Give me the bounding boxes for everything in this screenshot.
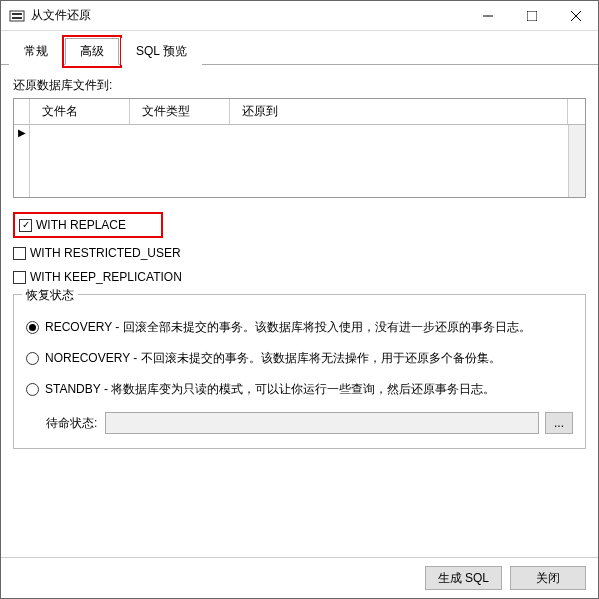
app-icon xyxy=(9,8,25,24)
standby-label: STANDBY - 将数据库变为只读的模式，可以让你运行一些查询，然后还原事务日… xyxy=(45,381,495,398)
content-area: 还原数据库文件到: 文件名 文件类型 还原到 ▶ ✓ WITH REPLACE … xyxy=(1,65,598,557)
norecovery-label: NORECOVERY - 不回滚未提交的事务。该数据库将无法操作，用于还原多个备… xyxy=(45,350,501,367)
tab-advanced[interactable]: 高级 xyxy=(65,38,119,65)
column-filetype[interactable]: 文件类型 xyxy=(130,99,230,124)
with-keep-replication-option[interactable]: WITH KEEP_REPLICATION xyxy=(13,268,586,286)
table-row[interactable] xyxy=(30,125,568,197)
close-button[interactable] xyxy=(554,1,598,30)
svg-rect-1 xyxy=(12,13,22,15)
with-replace-label: WITH REPLACE xyxy=(36,218,126,232)
generate-sql-label: 生成 SQL xyxy=(438,570,489,587)
maximize-button[interactable] xyxy=(510,1,554,30)
close-dialog-button[interactable]: 关闭 xyxy=(510,566,586,590)
restore-to-label: 还原数据库文件到: xyxy=(13,77,586,94)
recovery-label: RECOVERY - 回滚全部未提交的事务。该数据库将投入使用，没有进一步还原的… xyxy=(45,319,531,336)
standby-state-input[interactable] xyxy=(105,412,539,434)
vertical-scrollbar[interactable] xyxy=(568,125,585,197)
window-title: 从文件还原 xyxy=(31,7,466,24)
svg-rect-4 xyxy=(527,11,537,21)
recovery-state-legend: 恢复状态 xyxy=(22,287,78,304)
tab-bar: 常规 高级 SQL 预览 xyxy=(1,31,598,65)
column-restore-to[interactable]: 还原到 xyxy=(230,99,568,124)
with-restricted-user-option[interactable]: WITH RESTRICTED_USER xyxy=(13,244,586,262)
radio-icon xyxy=(26,352,39,365)
table-header: 文件名 文件类型 还原到 xyxy=(14,99,585,125)
row-indicator-icon: ▶ xyxy=(14,125,30,197)
close-label: 关闭 xyxy=(536,570,560,587)
radio-icon xyxy=(26,321,39,334)
restore-files-table[interactable]: 文件名 文件类型 还原到 ▶ xyxy=(13,98,586,198)
column-filename[interactable]: 文件名 xyxy=(30,99,130,124)
svg-rect-2 xyxy=(12,17,22,19)
norecovery-option[interactable]: NORECOVERY - 不回滚未提交的事务。该数据库将无法操作，用于还原多个备… xyxy=(26,350,573,367)
tab-sql-preview[interactable]: SQL 预览 xyxy=(121,38,202,65)
standby-option[interactable]: STANDBY - 将数据库变为只读的模式，可以让你运行一些查询，然后还原事务日… xyxy=(26,381,573,398)
with-keep-replication-label: WITH KEEP_REPLICATION xyxy=(30,270,182,284)
standby-state-row: 待命状态: ... xyxy=(46,412,573,434)
browse-button[interactable]: ... xyxy=(545,412,573,434)
dialog-footer: 生成 SQL 关闭 xyxy=(1,557,598,598)
recovery-option[interactable]: RECOVERY - 回滚全部未提交的事务。该数据库将投入使用，没有进一步还原的… xyxy=(26,319,573,336)
with-replace-option[interactable]: ✓ WITH REPLACE xyxy=(13,212,163,238)
checkbox-icon: ✓ xyxy=(19,219,32,232)
minimize-button[interactable] xyxy=(466,1,510,30)
checkbox-icon xyxy=(13,247,26,260)
svg-rect-0 xyxy=(10,11,24,21)
tab-general[interactable]: 常规 xyxy=(9,38,63,65)
titlebar: 从文件还原 xyxy=(1,1,598,31)
browse-label: ... xyxy=(554,416,564,430)
radio-icon xyxy=(26,383,39,396)
with-restricted-user-label: WITH RESTRICTED_USER xyxy=(30,246,181,260)
generate-sql-button[interactable]: 生成 SQL xyxy=(425,566,502,590)
table-body: ▶ xyxy=(14,125,585,197)
window-controls xyxy=(466,1,598,30)
checkbox-icon xyxy=(13,271,26,284)
recovery-state-group: 恢复状态 RECOVERY - 回滚全部未提交的事务。该数据库将投入使用，没有进… xyxy=(13,294,586,449)
standby-state-label: 待命状态: xyxy=(46,415,97,432)
